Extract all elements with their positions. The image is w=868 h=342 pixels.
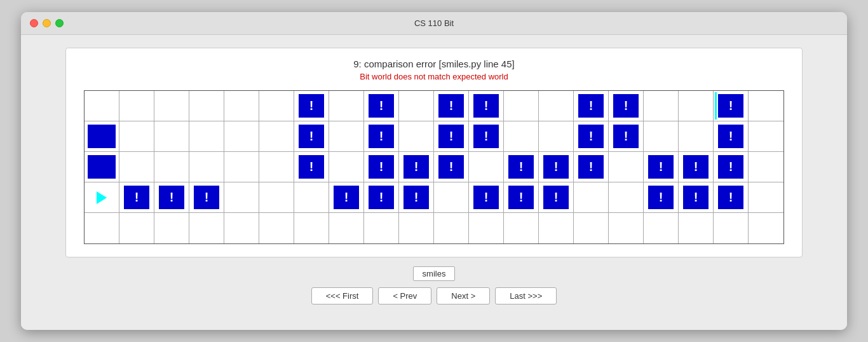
cell-r1c9: ! bbox=[364, 91, 399, 121]
minimize-button[interactable] bbox=[43, 19, 51, 27]
cell-r5c7 bbox=[294, 213, 329, 243]
cell-r2c3 bbox=[154, 121, 189, 152]
cell-r4c17: ! bbox=[644, 182, 679, 213]
cell-r5c17 bbox=[644, 213, 679, 243]
cell-r1c16: ! bbox=[609, 91, 644, 121]
grid-row-4: ! ! ! ! ! bbox=[85, 182, 783, 213]
cell-r2c19: ! bbox=[714, 121, 749, 152]
cell-r3c9: ! bbox=[364, 152, 399, 182]
cell-r2c10 bbox=[399, 121, 434, 152]
cell-r1c15: ! bbox=[574, 91, 609, 121]
cell-r3c1 bbox=[85, 152, 119, 182]
cell-r4c18: ! bbox=[679, 182, 714, 213]
cell-r5c20 bbox=[749, 213, 783, 243]
cell-r3c8 bbox=[329, 152, 364, 182]
cell-r4c2: ! bbox=[119, 182, 154, 213]
block-r2c16: ! bbox=[613, 125, 639, 149]
cell-r4c16 bbox=[609, 182, 644, 213]
cell-r4c5 bbox=[224, 182, 259, 213]
block-r3c10: ! bbox=[403, 155, 430, 179]
cell-r1c5 bbox=[224, 91, 259, 121]
cell-r4c3: ! bbox=[154, 182, 189, 213]
cell-r2c18 bbox=[679, 121, 714, 152]
cell-r4c20 bbox=[749, 182, 783, 213]
block-r1c7: ! bbox=[299, 94, 325, 118]
grid-row-5 bbox=[85, 213, 783, 243]
cell-r3c3 bbox=[154, 152, 189, 182]
block-r1c19: ! bbox=[718, 94, 744, 118]
close-button[interactable] bbox=[30, 19, 38, 27]
cell-r5c11 bbox=[434, 213, 469, 243]
cell-r1c18 bbox=[679, 91, 714, 121]
cell-r2c5 bbox=[224, 121, 259, 152]
main-content: 9: comparison error [smiles.py line 45] … bbox=[21, 35, 847, 330]
cell-r3c19: ! bbox=[714, 152, 749, 182]
block-r1c12: ! bbox=[473, 94, 499, 118]
prev-button[interactable]: < Prev bbox=[378, 287, 431, 304]
cell-r2c11: ! bbox=[434, 121, 469, 152]
block-r4c4: ! bbox=[194, 186, 220, 210]
cell-r4c15 bbox=[574, 182, 609, 213]
block-r2c15: ! bbox=[578, 125, 604, 149]
cell-r3c7: ! bbox=[294, 152, 329, 182]
cell-r5c8 bbox=[329, 213, 364, 243]
cell-r1c13 bbox=[504, 91, 539, 121]
cell-r5c5 bbox=[224, 213, 259, 243]
block-r3c13: ! bbox=[508, 155, 534, 179]
last-button[interactable]: Last >>> bbox=[495, 287, 557, 304]
cell-r5c1 bbox=[85, 213, 119, 243]
bit-arrow bbox=[97, 191, 107, 204]
block-r2c1 bbox=[88, 125, 115, 149]
traffic-lights bbox=[30, 19, 64, 27]
cell-r1c7: ! bbox=[294, 91, 329, 121]
navigation-buttons: <<< First < Prev Next > Last >>> bbox=[311, 287, 557, 304]
cell-r5c16 bbox=[609, 213, 644, 243]
grid-row-2: ! ! ! ! ! bbox=[85, 121, 783, 152]
block-r4c8: ! bbox=[334, 186, 360, 210]
bit-world-grid: ! ! ! ! ! bbox=[84, 90, 784, 244]
window-title: CS 110 Bit bbox=[414, 18, 454, 28]
block-r3c9: ! bbox=[369, 155, 395, 179]
cell-r4c12: ! bbox=[469, 182, 504, 213]
cell-r5c18 bbox=[679, 213, 714, 243]
cell-r4c14: ! bbox=[539, 182, 574, 213]
cell-r1c19: ! bbox=[714, 91, 749, 121]
cell-r4c7 bbox=[294, 182, 329, 213]
cell-r5c9 bbox=[364, 213, 399, 243]
cell-r5c13 bbox=[504, 213, 539, 243]
cell-r3c2 bbox=[119, 152, 154, 182]
block-r1c16: ! bbox=[613, 94, 639, 118]
cell-r3c16 bbox=[609, 152, 644, 182]
cell-r5c2 bbox=[119, 213, 154, 243]
block-r4c18: ! bbox=[683, 186, 709, 210]
cell-r1c1 bbox=[85, 91, 119, 121]
first-button[interactable]: <<< First bbox=[311, 287, 374, 304]
cell-r2c13 bbox=[504, 121, 539, 152]
block-r3c11: ! bbox=[438, 155, 465, 179]
cell-r5c14 bbox=[539, 213, 574, 243]
next-button[interactable]: Next > bbox=[437, 287, 490, 304]
maximize-button[interactable] bbox=[55, 19, 64, 27]
block-r2c11: ! bbox=[438, 125, 465, 149]
cell-r2c4 bbox=[189, 121, 224, 152]
block-r3c15: ! bbox=[578, 155, 604, 179]
cell-r4c19: ! bbox=[714, 182, 749, 213]
cell-r2c20 bbox=[749, 121, 783, 152]
cell-r4c8: ! bbox=[329, 182, 364, 213]
cell-r1c11: ! bbox=[434, 91, 469, 121]
block-r2c7: ! bbox=[299, 125, 325, 149]
cell-r4c1 bbox=[85, 182, 119, 213]
cell-r2c2 bbox=[119, 121, 154, 152]
cell-r2c6 bbox=[259, 121, 294, 152]
error-title: 9: comparison error [smiles.py line 45] bbox=[353, 58, 514, 69]
cell-r3c10: ! bbox=[399, 152, 434, 182]
block-r1c9: ! bbox=[369, 94, 395, 118]
cell-r5c6 bbox=[259, 213, 294, 243]
comparison-panel: 9: comparison error [smiles.py line 45] … bbox=[65, 48, 803, 257]
cell-r2c16: ! bbox=[609, 121, 644, 152]
cell-r1c12: ! bbox=[469, 91, 504, 121]
cell-r2c9: ! bbox=[364, 121, 399, 152]
cell-r5c4 bbox=[189, 213, 224, 243]
cell-r1c10 bbox=[399, 91, 434, 121]
cell-r3c5 bbox=[224, 152, 259, 182]
